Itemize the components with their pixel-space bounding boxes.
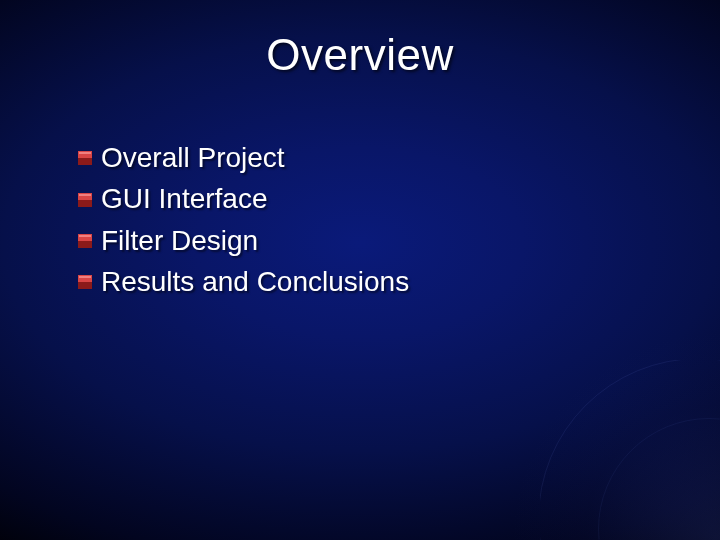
- bullet-text: Overall Project: [101, 140, 285, 176]
- svg-rect-2: [79, 152, 91, 154]
- bullet-text: Filter Design: [101, 223, 258, 259]
- list-item: Results and Conclusions: [78, 264, 720, 300]
- bullet-text: GUI Interface: [101, 181, 268, 217]
- svg-rect-11: [79, 276, 91, 278]
- slide: Overview Overall Project GUI Interfac: [0, 0, 720, 540]
- list-item: GUI Interface: [78, 181, 720, 217]
- decorative-arc: [540, 360, 720, 540]
- slide-title: Overview: [0, 0, 720, 80]
- svg-rect-8: [79, 235, 91, 237]
- decorative-glow: [510, 330, 720, 540]
- bullet-text: Results and Conclusions: [101, 264, 409, 300]
- list-item: Filter Design: [78, 223, 720, 259]
- bullet-icon: [78, 234, 92, 248]
- slide-content: Overall Project GUI Interface Filter: [0, 140, 720, 301]
- bullet-icon: [78, 193, 92, 207]
- svg-rect-5: [79, 194, 91, 196]
- bullet-icon: [78, 151, 92, 165]
- bullet-icon: [78, 275, 92, 289]
- list-item: Overall Project: [78, 140, 720, 176]
